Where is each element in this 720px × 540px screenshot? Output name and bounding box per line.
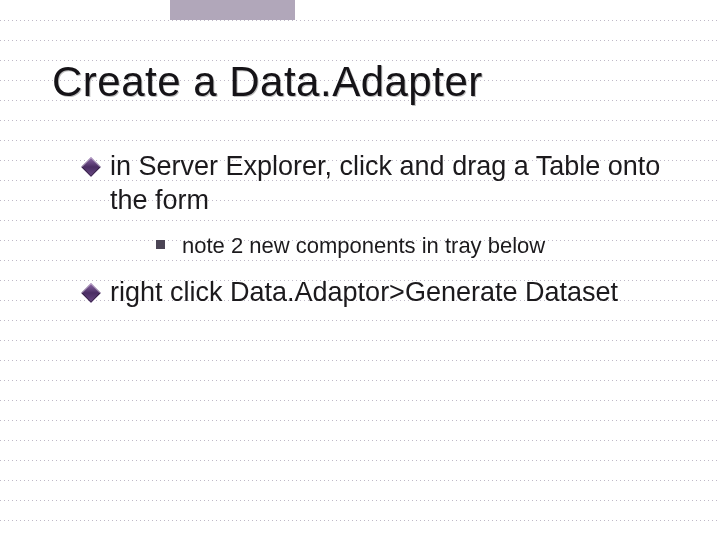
slide-body: in Server Explorer, click and drag a Tab…: [84, 150, 670, 324]
slide-title: Create a Data.Adapter: [52, 58, 483, 106]
decorative-block: [170, 0, 295, 20]
sub-bullet-text: note 2 new components in tray below: [182, 233, 545, 258]
bullet-item: right click Data.Adaptor>Generate Datase…: [84, 276, 670, 310]
square-bullet-icon: [156, 240, 165, 249]
diamond-bullet-icon: [81, 157, 101, 177]
slide: Create a Data.Adapter in Server Explorer…: [0, 0, 720, 540]
bullet-text: right click Data.Adaptor>Generate Datase…: [110, 277, 618, 307]
bullet-item: in Server Explorer, click and drag a Tab…: [84, 150, 670, 218]
diamond-bullet-icon: [81, 283, 101, 303]
bullet-text: in Server Explorer, click and drag a Tab…: [110, 151, 660, 215]
sub-bullet-item: note 2 new components in tray below: [156, 232, 670, 261]
